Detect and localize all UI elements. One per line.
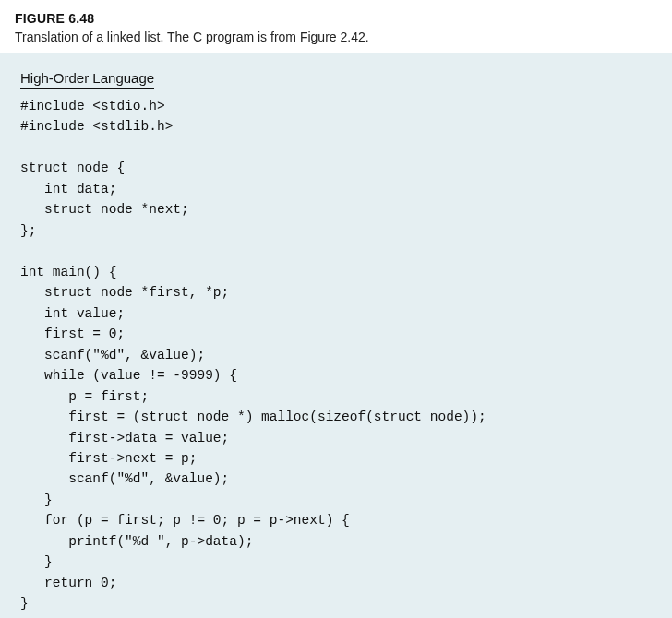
figure-caption: Translation of a linked list. The C prog… xyxy=(15,30,657,44)
figure-label: FIGURE 6.48 xyxy=(15,11,657,26)
code-listing: #include <stdio.h> #include <stdlib.h> s… xyxy=(20,96,652,614)
figure-header: FIGURE 6.48 Translation of a linked list… xyxy=(0,0,672,53)
section-title: High-Order Language xyxy=(20,70,154,89)
code-panel: High-Order Language #include <stdio.h> #… xyxy=(0,53,672,618)
